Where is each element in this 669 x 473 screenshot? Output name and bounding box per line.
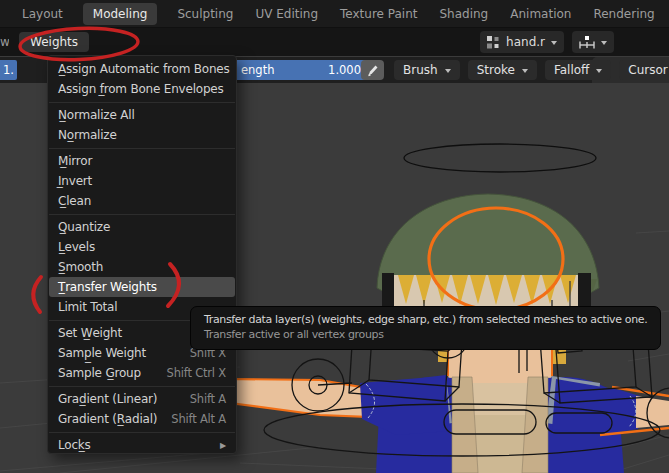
menu-item-sample-group[interactable]: Sample G̲roupShift Ctrl X [49, 363, 235, 383]
menu-separator [48, 429, 236, 435]
chevron-down-icon [522, 69, 528, 73]
tab-animation[interactable]: Animation [508, 3, 573, 25]
chest-skin [472, 383, 528, 417]
menu-item-locks[interactable]: Lock̲s▶ [49, 435, 235, 455]
strength-pressure-toggle[interactable] [361, 60, 384, 80]
menu-item-gradient-radial[interactable]: Gradient (R̲adial)Shift Alt A [49, 409, 235, 429]
shortcut: Shift Alt A [171, 412, 226, 426]
menu-item-invert[interactable]: I̲nvert [49, 171, 235, 191]
tab-rendering[interactable]: Rendering [591, 3, 656, 25]
vertex-group-icon [487, 36, 500, 49]
falloff-dropdown[interactable] [572, 31, 614, 53]
tab-sculpting[interactable]: Sculpting [175, 3, 235, 25]
weight-slider-clipped[interactable]: 1. [0, 60, 17, 80]
helmet-strap-right [578, 273, 591, 307]
brush-popover[interactable]: Brush [394, 60, 460, 80]
tooltip-line-2: Transfer active or all vertex groups [204, 327, 647, 342]
chevron-down-icon [601, 41, 607, 45]
tool-popovers: Brush Stroke Falloff Cursor [394, 60, 669, 80]
menu-item-assign-automatic-from-bones[interactable]: A̲ssign Automatic from Bones [49, 59, 235, 79]
tab-layout[interactable]: Layout [20, 3, 65, 25]
strength-label: ength [241, 63, 274, 77]
strength-slider[interactable]: ength 1.000 [237, 60, 369, 80]
stroke-popover-label: Stroke [477, 63, 515, 77]
menu-item-normalize-all[interactable]: N̲ormalize All [49, 105, 235, 125]
topbar: p Layout Modeling Sculpting UV Editing T… [0, 0, 669, 28]
menu-item-clean[interactable]: C̲lean [49, 191, 235, 211]
tab-uv-editing[interactable]: UV Editing [253, 3, 320, 25]
submenu-arrow-icon: ▶ [220, 441, 226, 450]
viewport-header: w Weights hand.r [0, 28, 669, 56]
weight-value: 1. [3, 63, 14, 77]
workspace-tabs: Layout Modeling Sculpting UV Editing Tex… [20, 3, 669, 25]
active-vertex-group-dropdown[interactable]: hand.r [480, 31, 564, 53]
blender-window: p Layout Modeling Sculpting UV Editing T… [0, 0, 669, 473]
falloff-popover[interactable]: Falloff [545, 60, 611, 80]
menu-item-normalize[interactable]: No̲rmalize [49, 125, 235, 145]
stylus-pressure-icon [366, 64, 379, 77]
chevron-down-icon [596, 69, 602, 73]
weights-menu-button[interactable]: Weights [19, 32, 89, 52]
chevron-down-icon [445, 69, 451, 73]
shortcut: Shift Ctrl X [167, 366, 226, 380]
menu-separator [48, 99, 236, 105]
menu-item-gradient-linear[interactable]: Grad̲ient (Linear)Shift A [49, 389, 235, 409]
header-clipped-text: w [0, 35, 9, 49]
menu-item-transfer-weights[interactable]: T̲ransfer Weights [49, 277, 235, 297]
menu-separator [48, 211, 236, 217]
tooltip-line-1: Transfer data layer(s) (weights, edge sh… [204, 312, 647, 327]
menu-item-levels[interactable]: L̲evels [49, 237, 235, 257]
tab-texture-paint[interactable]: Texture Paint [338, 3, 419, 25]
menu-item-mirror[interactable]: M̲irror [49, 151, 235, 171]
transfer-weights-tooltip: Transfer data layer(s) (weights, edge sh… [190, 306, 661, 350]
weights-menu: A̲ssign Automatic from Bones Assign f̲ro… [47, 55, 237, 454]
helmet-strap-left [382, 273, 394, 307]
menu-item-assign-from-bone-envelopes[interactable]: Assign f̲rom Bone Envelopes [49, 79, 235, 99]
menu-item-smooth[interactable]: S̲mooth [49, 257, 235, 277]
shortcut: Shift A [190, 392, 226, 406]
menu-separator [48, 383, 236, 389]
chevron-down-icon [551, 41, 557, 45]
cursor-popover[interactable]: Cursor [619, 60, 669, 80]
brush-popover-label: Brush [403, 63, 438, 77]
strength-value: 1.000 [328, 63, 361, 77]
falloff-popover-label: Falloff [554, 63, 589, 77]
cursor-popover-label: Cursor [628, 63, 667, 77]
menu-separator [48, 145, 236, 151]
tab-shading[interactable]: Shading [437, 3, 490, 25]
header-right-controls: hand.r [480, 31, 614, 53]
proportional-falloff-icon [579, 36, 595, 49]
menu-item-quantize[interactable]: Q̲uantize [49, 217, 235, 237]
stroke-popover[interactable]: Stroke [468, 60, 537, 80]
tab-modeling[interactable]: Modeling [83, 3, 158, 25]
active-vertex-group-value: hand.r [506, 35, 545, 49]
